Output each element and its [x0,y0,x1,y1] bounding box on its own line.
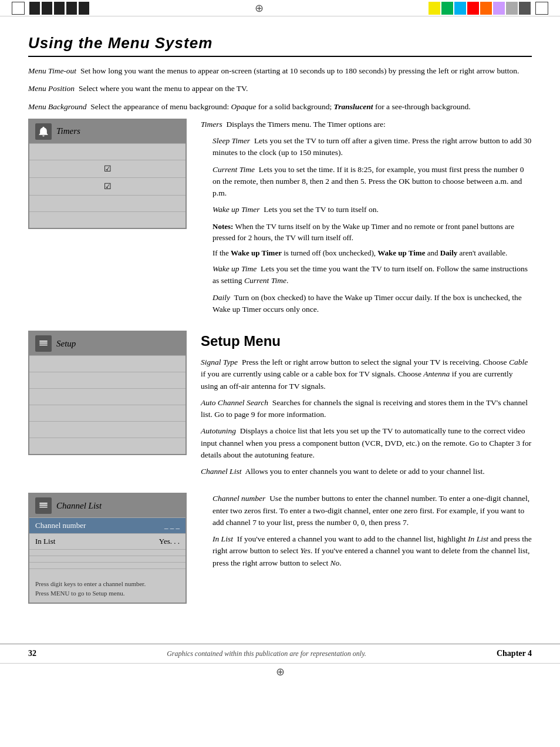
intro-para-2: Menu Position Select where you want the … [28,83,532,95]
channel-number-para: Channel number Use the number buttons to… [201,493,532,529]
channel-menu-box: Channel List Channel number _ _ _ In Lis… [28,493,187,604]
channel-empty-4 [29,568,185,575]
channel-menu-col: Channel List Channel number _ _ _ In Lis… [28,493,187,604]
top-bar-left [0,2,89,15]
chapter-label: Chapter 4 [497,649,532,658]
daily-para: Daily Turn on (box checked) to have the … [201,292,532,316]
channel-menu-header: Channel List [29,494,185,517]
channel-menu-footer: Press digit keys to enter a channel numb… [29,575,185,603]
main-content: Using the Menu System Menu Time-out Set … [0,16,560,638]
page-number: 32 [28,649,36,658]
page-title: Using the Menu System [28,34,532,52]
current-time-para: Current Time Lets you to set the time. I… [201,164,532,200]
channel-number-row: Channel number _ _ _ [29,517,185,533]
setup-row-3 [29,388,185,405]
timers-description: Timers Displays the Timers menu. The Tim… [201,119,532,320]
setup-row-1 [29,355,185,372]
timers-menu-col: Timers ☑ ☑ [28,119,187,229]
timers-icon [35,123,52,140]
setup-menu-heading: Setup Menu [201,331,532,352]
setup-disk-icon [38,338,49,349]
wakeup-time-para: Wake up Time Lets you set the time you w… [201,263,532,287]
color-blocks [429,2,531,15]
footer-line-1: Press digit keys to enter a channel numb… [35,580,180,588]
in-list-row: In List Yes. . . [29,533,185,549]
setup-row-4 [29,405,185,421]
timers-menu-title: Timers [56,126,80,136]
auto-channel-para: Auto Channel Search Searches for channel… [201,397,532,421]
title-underline [28,56,532,57]
footer-center-text: Graphics contained within this publicati… [167,650,366,658]
channel-number-label: Channel number [35,521,164,530]
channel-number-value: _ _ _ [164,521,180,530]
in-list-value: Yes. . . [159,537,180,546]
setup-menu-box: Setup [28,331,187,455]
timers-row-5 [29,211,185,228]
channel-list-icon [38,500,49,512]
intro-para-3: Menu Background Select the appearance of… [28,101,532,113]
setup-menu-col: Setup [28,331,187,455]
timers-menu-header: Timers [29,120,185,143]
notes-block: Notes: When the TV turns itself on by th… [201,221,532,259]
bell-icon [38,126,49,137]
channel-empty-2 [29,556,185,562]
crosshair-bottom: ⊕ [276,665,285,678]
page-footer: 32 Graphics contained within this public… [0,644,560,663]
setup-row-2 [29,372,185,388]
bottom-bar: ⊕ [0,663,560,679]
channel-menu-title: Channel List [56,501,102,511]
setup-icon [35,335,52,352]
black-bars [29,2,89,15]
checkbox-2: ☑ [104,181,112,191]
in-list-para: In List If you've entered a channel you … [201,533,532,569]
corner-box-tl [12,2,25,15]
note-1: Notes: When the TV turns itself on by th… [212,221,532,244]
intro-para-1: Menu Time-out Set how long you want the … [28,65,532,77]
timers-intro: Timers Displays the Timers menu. The Tim… [201,119,532,130]
timers-row-1 [29,143,185,160]
setup-row-5 [29,421,185,438]
setup-menu-header: Setup [29,332,185,355]
timers-row-2: ☑ [29,160,185,177]
top-bar-right [429,2,560,15]
footer-line-2: Press MENU to go to Setup menu. [35,589,180,598]
crosshair-top: ⊕ [255,2,264,15]
setup-section: Setup Setup Menu Signal Type Press the l… [28,331,532,482]
autotuning-para: Autotuning Displays a choice list that l… [201,425,532,461]
timers-section: Timers ☑ ☑ Timers Displays the Timers me… [28,119,532,320]
in-list-label: In List [35,537,159,546]
timers-row-3: ☑ [29,177,185,195]
setup-row-6 [29,438,185,454]
corner-box-tr [535,2,548,15]
timers-row-4 [29,195,185,211]
channel-list-description: Channel number Use the number buttons to… [201,493,532,574]
channel-list-section: Channel List Channel number _ _ _ In Lis… [28,493,532,604]
sleep-timer-para: Sleep Timer Lets you set the TV to turn … [201,135,532,159]
timers-menu-box: Timers ☑ ☑ [28,119,187,229]
channel-icon [35,497,52,514]
top-bar: ⊕ [0,0,560,16]
wakeup-timer-para: Wake up Timer Lets you set the TV to tur… [201,204,532,216]
channel-list-intro-para: Channel List Allows you to enter channel… [201,466,532,477]
top-bar-center: ⊕ [89,2,429,15]
checkbox-1: ☑ [104,164,112,174]
setup-description: Setup Menu Signal Type Press the left or… [201,331,532,482]
channel-empty-3 [29,562,185,568]
setup-menu-title: Setup [56,339,76,349]
channel-empty-1 [29,549,185,556]
note-2: If the Wake up Timer is turned off (box … [212,247,532,259]
signal-type-para: Signal Type Press the left or right arro… [201,356,532,392]
